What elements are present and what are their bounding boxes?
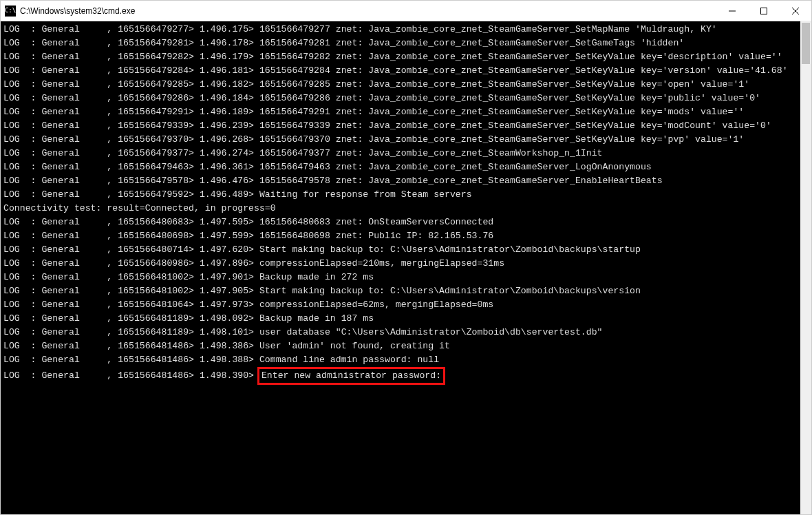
close-button[interactable] — [780, 1, 811, 21]
log-line: LOG : General , 1651566479377> 1.496.274… — [3, 147, 798, 160]
window-controls — [716, 1, 811, 21]
log-line: LOG : General , 1651566479285> 1.496.182… — [3, 78, 798, 92]
log-line: LOG : General , 1651566481486> 1.498.386… — [3, 339, 798, 353]
log-line: LOG : General , 1651566481064> 1.497.973… — [3, 298, 798, 312]
log-line: LOG : General , 1651566481189> 1.498.092… — [3, 312, 798, 326]
log-line: LOG : General , 1651566480986> 1.497.896… — [3, 257, 798, 271]
log-line: LOG : General , 1651566479286> 1.496.184… — [3, 92, 798, 105]
scrollbar-thumb[interactable] — [802, 23, 810, 64]
log-line: LOG : General , 1651566479277> 1.496.175… — [3, 23, 798, 36]
log-line: LOG : General , 1651566479578> 1.496.476… — [3, 174, 798, 188]
log-line: LOG : General , 1651566479284> 1.496.181… — [3, 64, 798, 78]
log-line: LOG : General , 1651566479291> 1.496.189… — [3, 105, 798, 119]
titlebar[interactable]: C:\ C:\Windows\system32\cmd.exe — [1, 1, 811, 21]
cmd-window: C:\ C:\Windows\system32\cmd.exe LOG : Ge… — [0, 0, 812, 515]
log-line: LOG : General , 1651566479281> 1.496.178… — [3, 36, 798, 50]
log-line: LOG : General , 1651566481486> 1.498.390… — [3, 367, 798, 385]
log-line: LOG : General , 1651566479370> 1.496.268… — [3, 133, 798, 147]
log-line: LOG : General , 1651566479592> 1.496.489… — [3, 188, 798, 202]
svg-rect-1 — [761, 8, 767, 14]
log-line: LOG : General , 1651566479463> 1.496.361… — [3, 160, 798, 174]
log-line: LOG : General , 1651566480698> 1.497.599… — [3, 229, 798, 243]
log-line: Connectivity test: result=Connected, in … — [3, 202, 798, 216]
log-line: LOG : General , 1651566479339> 1.496.239… — [3, 119, 798, 133]
log-line: LOG : General , 1651566481189> 1.498.101… — [3, 326, 798, 339]
console-output[interactable]: LOG : General , 1651566479277> 1.496.175… — [1, 21, 800, 514]
window-title: C:\Windows\system32\cmd.exe — [20, 6, 135, 16]
log-line: LOG : General , 1651566480683> 1.497.595… — [3, 216, 798, 229]
log-line: LOG : General , 1651566481002> 1.497.905… — [3, 284, 798, 298]
log-line: LOG : General , 1651566479282> 1.496.179… — [3, 50, 798, 64]
log-line: LOG : General , 1651566481002> 1.497.901… — [3, 271, 798, 284]
log-line: LOG : General , 1651566480714> 1.497.620… — [3, 243, 798, 257]
console-area: LOG : General , 1651566479277> 1.496.175… — [1, 21, 811, 514]
minimize-button[interactable] — [716, 1, 748, 21]
cmd-icon: C:\ — [5, 6, 16, 17]
log-line: LOG : General , 1651566481486> 1.498.388… — [3, 353, 798, 367]
maximize-button[interactable] — [748, 1, 780, 21]
password-prompt-highlight: Enter new administrator password: — [257, 367, 445, 385]
scrollbar[interactable] — [800, 21, 811, 514]
